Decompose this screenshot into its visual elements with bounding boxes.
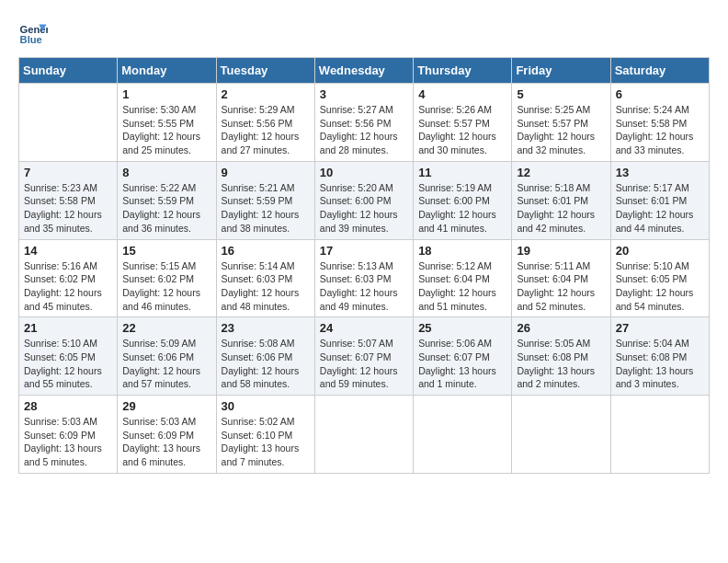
day-number: 10 [320,166,408,179]
day-number: 23 [222,321,310,335]
day-info: Sunrise: 5:20 AM Sunset: 6:00 PM Dayligh… [320,181,408,236]
calendar-cell: 27Sunrise: 5:04 AM Sunset: 6:08 PM Dayli… [610,317,709,396]
day-number: 4 [418,87,506,101]
day-info: Sunrise: 5:15 AM Sunset: 6:02 PM Dayligh… [122,259,210,314]
calendar-cell: 20Sunrise: 5:10 AM Sunset: 6:05 PM Dayli… [610,239,709,317]
calendar-cell: 17Sunrise: 5:13 AM Sunset: 6:03 PM Dayli… [314,239,413,317]
day-number: 20 [616,244,704,258]
day-header-saturday: Saturday [610,58,709,84]
calendar-cell: 21Sunrise: 5:10 AM Sunset: 6:05 PM Dayli… [19,317,118,396]
day-number: 26 [517,321,605,335]
calendar-cell: 28Sunrise: 5:03 AM Sunset: 6:09 PM Dayli… [19,396,118,474]
logo: General Blue [18,18,51,48]
day-info: Sunrise: 5:16 AM Sunset: 6:02 PM Dayligh… [24,259,112,314]
day-number: 5 [517,87,605,101]
calendar-week-row: 7Sunrise: 5:23 AM Sunset: 5:58 PM Daylig… [19,161,710,239]
calendar-cell: 24Sunrise: 5:07 AM Sunset: 6:07 PM Dayli… [314,317,413,396]
calendar-cell: 16Sunrise: 5:14 AM Sunset: 6:03 PM Dayli… [216,239,314,317]
calendar-cell: 8Sunrise: 5:22 AM Sunset: 5:59 PM Daylig… [118,161,216,239]
day-number: 6 [616,87,704,101]
day-number: 18 [418,244,506,258]
day-header-sunday: Sunday [19,58,118,84]
day-number: 17 [320,244,408,258]
day-info: Sunrise: 5:19 AM Sunset: 6:00 PM Dayligh… [418,181,506,236]
day-header-friday: Friday [512,58,610,84]
day-header-thursday: Thursday [414,58,512,84]
calendar-cell: 10Sunrise: 5:20 AM Sunset: 6:00 PM Dayli… [314,161,413,239]
calendar-week-row: 28Sunrise: 5:03 AM Sunset: 6:09 PM Dayli… [19,396,710,474]
calendar-cell [610,396,709,474]
day-header-wednesday: Wednesday [314,58,413,84]
calendar-cell: 7Sunrise: 5:23 AM Sunset: 5:58 PM Daylig… [19,161,118,239]
calendar-week-row: 21Sunrise: 5:10 AM Sunset: 6:05 PM Dayli… [19,317,710,396]
calendar-cell: 15Sunrise: 5:15 AM Sunset: 6:02 PM Dayli… [118,239,216,317]
day-number: 21 [24,321,112,335]
day-info: Sunrise: 5:27 AM Sunset: 5:56 PM Dayligh… [320,103,408,157]
day-number: 25 [418,321,506,335]
day-number: 22 [122,321,210,335]
day-number: 11 [418,166,506,179]
day-info: Sunrise: 5:29 AM Sunset: 5:56 PM Dayligh… [222,103,310,157]
day-number: 7 [24,166,112,179]
day-info: Sunrise: 5:18 AM Sunset: 6:01 PM Dayligh… [517,181,605,236]
calendar-cell: 3Sunrise: 5:27 AM Sunset: 5:56 PM Daylig… [314,84,413,162]
day-header-monday: Monday [118,58,216,84]
day-info: Sunrise: 5:07 AM Sunset: 6:07 PM Dayligh… [320,337,408,391]
day-info: Sunrise: 5:08 AM Sunset: 6:06 PM Dayligh… [222,337,310,391]
day-info: Sunrise: 5:10 AM Sunset: 6:05 PM Dayligh… [616,259,704,314]
svg-text:Blue: Blue [20,34,42,45]
calendar-cell [19,84,118,162]
day-info: Sunrise: 5:03 AM Sunset: 6:09 PM Dayligh… [122,415,210,469]
day-info: Sunrise: 5:12 AM Sunset: 6:04 PM Dayligh… [418,259,506,314]
day-number: 9 [222,166,310,179]
day-info: Sunrise: 5:25 AM Sunset: 5:57 PM Dayligh… [517,103,605,157]
day-number: 24 [320,321,408,335]
logo-icon: General Blue [18,18,48,48]
day-info: Sunrise: 5:24 AM Sunset: 5:58 PM Dayligh… [616,103,704,157]
calendar-cell [512,396,610,474]
day-info: Sunrise: 5:11 AM Sunset: 6:04 PM Dayligh… [517,259,605,314]
calendar-cell: 4Sunrise: 5:26 AM Sunset: 5:57 PM Daylig… [414,84,512,162]
calendar-cell: 9Sunrise: 5:21 AM Sunset: 5:59 PM Daylig… [216,161,314,239]
calendar-cell [414,396,512,474]
calendar-cell: 14Sunrise: 5:16 AM Sunset: 6:02 PM Dayli… [19,239,118,317]
day-info: Sunrise: 5:23 AM Sunset: 5:58 PM Dayligh… [24,181,112,236]
calendar-cell: 1Sunrise: 5:30 AM Sunset: 5:55 PM Daylig… [118,84,216,162]
calendar-cell: 13Sunrise: 5:17 AM Sunset: 6:01 PM Dayli… [610,161,709,239]
calendar-header-row: SundayMondayTuesdayWednesdayThursdayFrid… [19,58,710,84]
calendar-cell: 11Sunrise: 5:19 AM Sunset: 6:00 PM Dayli… [414,161,512,239]
day-number: 12 [517,166,605,179]
calendar-cell [314,396,413,474]
day-info: Sunrise: 5:10 AM Sunset: 6:05 PM Dayligh… [24,337,112,391]
calendar-cell: 22Sunrise: 5:09 AM Sunset: 6:06 PM Dayli… [118,317,216,396]
calendar-cell: 29Sunrise: 5:03 AM Sunset: 6:09 PM Dayli… [118,396,216,474]
day-info: Sunrise: 5:17 AM Sunset: 6:01 PM Dayligh… [616,181,704,236]
day-number: 3 [320,87,408,101]
calendar-week-row: 14Sunrise: 5:16 AM Sunset: 6:02 PM Dayli… [19,239,710,317]
calendar-cell: 26Sunrise: 5:05 AM Sunset: 6:08 PM Dayli… [512,317,610,396]
calendar-cell: 18Sunrise: 5:12 AM Sunset: 6:04 PM Dayli… [414,239,512,317]
calendar-table: SundayMondayTuesdayWednesdayThursdayFrid… [18,57,710,474]
day-number: 13 [616,166,704,179]
calendar-cell: 30Sunrise: 5:02 AM Sunset: 6:10 PM Dayli… [216,396,314,474]
day-number: 1 [122,87,210,101]
day-info: Sunrise: 5:09 AM Sunset: 6:06 PM Dayligh… [122,337,210,391]
day-number: 16 [222,244,310,258]
calendar-cell: 6Sunrise: 5:24 AM Sunset: 5:58 PM Daylig… [610,84,709,162]
day-number: 27 [616,321,704,335]
calendar-cell: 12Sunrise: 5:18 AM Sunset: 6:01 PM Dayli… [512,161,610,239]
day-info: Sunrise: 5:30 AM Sunset: 5:55 PM Dayligh… [122,103,210,157]
day-info: Sunrise: 5:13 AM Sunset: 6:03 PM Dayligh… [320,259,408,314]
day-info: Sunrise: 5:05 AM Sunset: 6:08 PM Dayligh… [517,337,605,391]
day-number: 19 [517,244,605,258]
day-number: 14 [24,244,112,258]
day-number: 15 [122,244,210,258]
day-info: Sunrise: 5:26 AM Sunset: 5:57 PM Dayligh… [418,103,506,157]
day-number: 8 [122,166,210,179]
calendar-week-row: 1Sunrise: 5:30 AM Sunset: 5:55 PM Daylig… [19,84,710,162]
calendar-cell: 19Sunrise: 5:11 AM Sunset: 6:04 PM Dayli… [512,239,610,317]
day-info: Sunrise: 5:21 AM Sunset: 5:59 PM Dayligh… [222,181,310,236]
page-header: General Blue [18,18,710,48]
calendar-cell: 25Sunrise: 5:06 AM Sunset: 6:07 PM Dayli… [414,317,512,396]
calendar-cell: 23Sunrise: 5:08 AM Sunset: 6:06 PM Dayli… [216,317,314,396]
